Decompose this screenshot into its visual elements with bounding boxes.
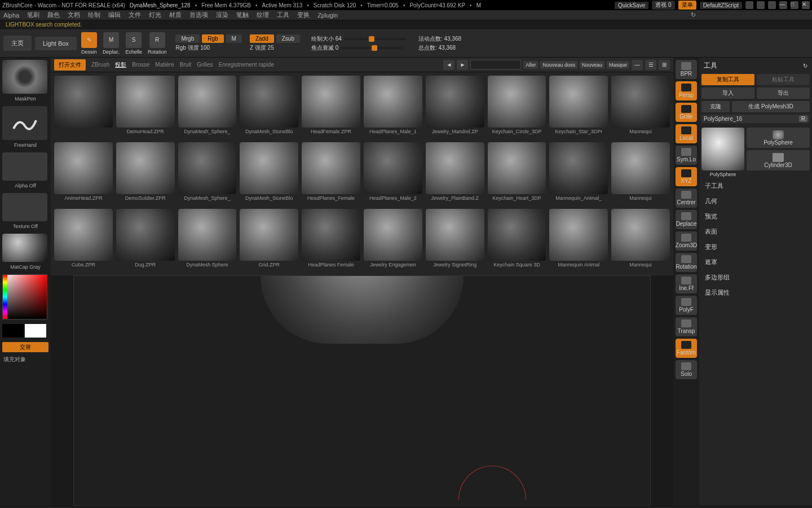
section-polygroup[interactable]: 多边形组 xyxy=(701,271,810,284)
polyf-button[interactable]: PolyF xyxy=(676,296,697,315)
lightbox-item[interactable]: DynaMesh_StoneBlo xyxy=(240,76,298,139)
lightbox-item[interactable]: DemoSoldier.ZPR xyxy=(116,142,175,205)
export-button[interactable]: 导出 xyxy=(757,87,810,99)
prev-button[interactable]: ◄ xyxy=(443,60,454,70)
section-display[interactable]: 显示属性 xyxy=(701,286,810,299)
alpha-preview[interactable] xyxy=(2,152,47,181)
section-geometry[interactable]: 几何 xyxy=(701,195,810,208)
mrgb-button[interactable]: Mrgb xyxy=(175,34,200,43)
script-button[interactable]: DefaultZScript xyxy=(700,2,742,9)
lightbox-item[interactable]: HeadPlanes Female xyxy=(302,209,360,272)
texture-preview[interactable] xyxy=(2,193,47,221)
rgb-intensity[interactable]: Rgb 强度 100 xyxy=(175,44,242,52)
lightbox-item[interactable]: Mannequin_Animal_ xyxy=(549,142,608,205)
newfolder-button[interactable]: Nouveau doss xyxy=(540,61,577,69)
menu-item[interactable]: 笔触 xyxy=(236,11,249,19)
solo-button[interactable]: Solo xyxy=(676,360,697,379)
lightbox-item[interactable]: HeadFemale.ZPR xyxy=(302,76,360,139)
section-deform[interactable]: 变形 xyxy=(701,240,810,253)
view3-icon[interactable]: ⊞ xyxy=(659,60,670,70)
menu-item[interactable]: 笔刷 xyxy=(27,11,39,19)
transp-button[interactable]: Transp xyxy=(676,317,697,336)
swap-button[interactable]: 交替 xyxy=(2,342,48,352)
section-mask[interactable]: 遮罩 xyxy=(701,256,810,269)
lightbox-item[interactable]: Keychain Square 3D xyxy=(488,209,546,272)
focal-slider[interactable] xyxy=(341,47,403,49)
persp-button[interactable]: Persp xyxy=(676,81,697,100)
lightbox-item[interactable]: Keychain_Heart_3DP xyxy=(488,142,546,205)
menu-item[interactable]: 文件 xyxy=(129,11,141,19)
menu-item[interactable]: Alpha xyxy=(3,12,19,19)
center-button[interactable]: Centrer xyxy=(676,189,697,208)
ghost-button[interactable]: Fantôm xyxy=(676,339,697,358)
lb-tab[interactable]: Matière xyxy=(155,62,174,68)
zsub-button[interactable]: Zsub xyxy=(276,34,300,43)
move-button[interactable]: Deplace xyxy=(676,210,697,229)
lightbox-item[interactable]: Jewelry_Mandrel.ZP xyxy=(426,76,484,139)
black-swatch[interactable] xyxy=(2,324,24,338)
paste-tool-button[interactable]: 粘贴工具 xyxy=(757,74,810,85)
tool-name-field[interactable]: PolySphere_16R xyxy=(701,115,810,123)
menu-item[interactable]: 首选项 xyxy=(189,11,208,19)
lightbox-item[interactable]: Keychain_Circle_3DP xyxy=(488,76,546,139)
menu-item[interactable]: Zplugin xyxy=(317,12,338,19)
lb-tab[interactable]: Grilles xyxy=(197,62,213,68)
tool-preview[interactable] xyxy=(701,128,744,170)
hue-bar[interactable] xyxy=(3,275,7,319)
lightbox-item[interactable]: DynaMesh_StoneBlo xyxy=(240,142,298,205)
tool-thumb[interactable]: Cylinder3D xyxy=(747,150,810,170)
menu-item[interactable]: 渲染 xyxy=(216,11,228,19)
next-button[interactable]: ► xyxy=(457,60,468,70)
lightbox-item[interactable]: DynaMesh_Sphere_ xyxy=(178,142,237,205)
lightbox-item[interactable]: Jewelry SignetRing xyxy=(426,209,484,272)
menu-item[interactable]: 编辑 xyxy=(108,11,121,19)
menu-item[interactable]: 材质 xyxy=(169,11,182,19)
lightbox-item[interactable]: HeadPlanes_Male_2 xyxy=(364,142,422,205)
menu-button[interactable]: 菜单 xyxy=(678,1,696,10)
fill-button[interactable]: 填充对象 xyxy=(2,354,48,365)
menu-item[interactable]: 颜色 xyxy=(47,11,60,19)
z-intensity[interactable]: Z 强度 25 xyxy=(250,44,300,52)
symlock-button[interactable]: Sym.Lo xyxy=(676,146,697,165)
lightbox-item[interactable]: HeadPlanes_Female xyxy=(302,142,360,205)
lightbox-item[interactable] xyxy=(54,76,113,139)
scale-mode[interactable]: SEchelle xyxy=(124,31,143,56)
brush-preview[interactable] xyxy=(2,60,47,94)
quicksave-button[interactable]: QuickSave xyxy=(615,2,648,9)
refresh-icon[interactable]: ↻ xyxy=(803,63,807,69)
mask-button[interactable]: Masque xyxy=(607,61,629,69)
zoom-button[interactable]: Zoom3D xyxy=(676,231,697,251)
view1-icon[interactable]: — xyxy=(632,60,643,70)
m-button[interactable]: M xyxy=(226,34,242,43)
menu-item[interactable]: 灯光 xyxy=(149,11,161,19)
lightbox-item[interactable]: DynaMesh Sphere xyxy=(178,209,237,272)
lightbox-item[interactable]: Mannequi xyxy=(611,76,670,139)
view2-icon[interactable]: ☰ xyxy=(645,60,656,70)
lb-tab[interactable]: ZBrush xyxy=(91,62,109,68)
close-icon[interactable]: ✕ xyxy=(802,1,810,9)
lightbox-item[interactable]: HeadPlanes_Male_1 xyxy=(364,76,422,139)
lightbox-item[interactable]: Mannequi xyxy=(611,209,670,272)
layout-icon[interactable] xyxy=(745,1,753,9)
lightbox-item[interactable]: Mannequin Animal xyxy=(549,209,608,272)
clone-button[interactable]: 克隆 xyxy=(701,101,730,112)
lightbox-item[interactable]: Mannequi xyxy=(611,142,670,205)
lightbox-item[interactable]: Dog.ZPR xyxy=(116,209,175,272)
lb-tab[interactable]: 投影 xyxy=(115,61,126,69)
layout2-icon[interactable] xyxy=(757,1,765,9)
lightbox-item[interactable]: DemoHead.ZPR xyxy=(116,76,175,139)
open-file-button[interactable]: 打开文件 xyxy=(54,59,86,71)
copy-tool-button[interactable]: 复制工具 xyxy=(701,74,754,85)
section-subtool[interactable]: 子工具 xyxy=(701,179,810,192)
go-button[interactable]: Aller xyxy=(523,61,538,69)
xyz-button[interactable]: XYZ xyxy=(676,167,697,186)
lightbox-item[interactable]: DynaMesh_Sphere_ xyxy=(178,76,237,139)
menu-item[interactable]: 文档 xyxy=(68,11,80,19)
lb-tab[interactable]: Bruit xyxy=(180,62,192,68)
zadd-button[interactable]: Zadd xyxy=(250,34,274,43)
view-button[interactable]: 透视 0 xyxy=(652,1,674,10)
rotate-button[interactable]: Rotation xyxy=(676,253,697,272)
menu-item[interactable]: 纹理 xyxy=(257,11,269,19)
menu-item[interactable]: 变换 xyxy=(297,11,310,19)
import-button[interactable]: 导入 xyxy=(701,87,754,99)
